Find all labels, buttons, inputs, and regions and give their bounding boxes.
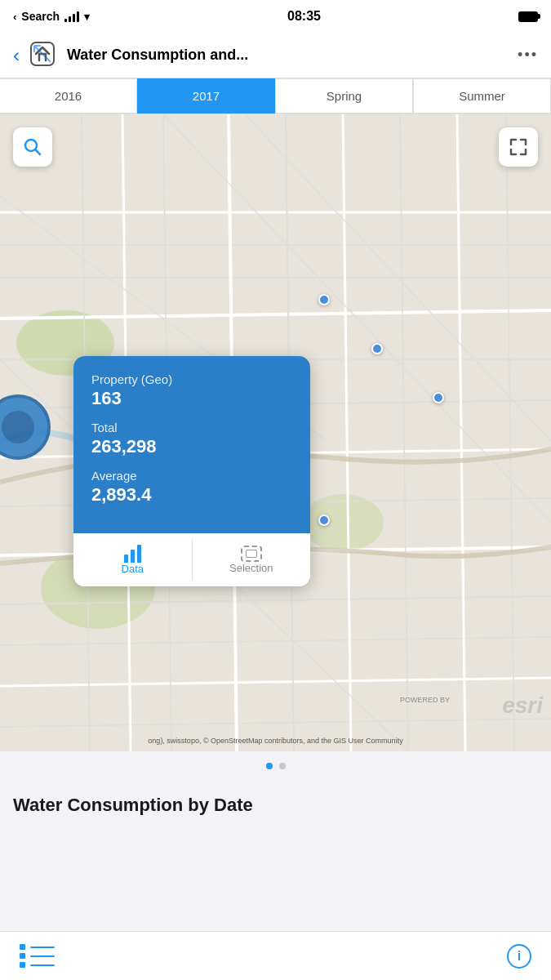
page-indicators [0,751,551,781]
nav-logo-icon [28,39,57,72]
popup-data-tab[interactable]: Data [73,533,192,586]
page-dot-2[interactable] [279,763,286,769]
list-line-icon [30,956,55,957]
list-dot-icon [20,953,25,959]
map-expand-button[interactable] [499,127,538,167]
tab-summer[interactable]: Summer [413,78,551,114]
property-row: Property (Geo) 163 [91,372,292,409]
map-dot[interactable] [318,294,330,305]
wifi-icon: ▾ [84,11,90,23]
average-row: Average 2,893.4 [91,469,292,506]
selection-tab-label: Selection [229,562,273,574]
info-button[interactable]: i [507,944,531,969]
average-label: Average [91,469,292,483]
tab-2017[interactable]: 2017 [137,78,275,114]
map-dot[interactable] [371,343,383,354]
page-title: Water Consumption and... [67,47,518,64]
filter-tabs: 2016 2017 Spring Summer [0,78,551,114]
list-dot-icon [20,944,25,950]
content-section: Water Consumption by Date [0,781,551,817]
total-row: Total 263,298 [91,421,292,457]
status-right [518,11,538,22]
esri-watermark: esri [502,693,543,719]
search-icon [23,137,42,157]
expand-icon [509,137,528,157]
average-value: 2,893.4 [91,484,292,506]
back-chevron-icon: ‹ [13,11,16,23]
bar-chart-icon [124,545,141,563]
popup-selection-tab[interactable]: Selection [193,533,311,586]
nav-bar: ‹ Water Consumption and... ••• [0,33,551,78]
tab-2016[interactable]: 2016 [0,78,137,114]
status-time: 08:35 [287,9,321,24]
selection-icon [241,546,262,562]
battery-icon [518,11,538,22]
page-dot-1[interactable] [266,763,273,769]
list-line-row [20,962,55,968]
map-container[interactable]: POWERED BY Property (Geo) 163 Total 263, [0,114,551,751]
popup-footer: Data Selection [73,533,310,586]
property-label: Property (Geo) [91,372,292,386]
bottom-bar: i [0,931,551,980]
list-dot-icon [20,962,25,968]
status-left: ‹ Search ▾ [13,10,90,23]
map-dot[interactable] [318,514,330,526]
back-button[interactable]: ‹ [13,44,20,67]
map-search-button[interactable] [13,127,52,167]
map-attribution: ong), swisstopo, © OpenStreetMap contrib… [0,737,551,745]
list-line-row [20,953,55,959]
more-button[interactable]: ••• [518,47,538,64]
tab-spring[interactable]: Spring [275,78,413,114]
popup-header: Property (Geo) 163 Total 263,298 Average… [73,356,310,533]
svg-line-37 [36,150,41,155]
signal-bars-icon [64,11,79,22]
total-value: 263,298 [91,436,292,457]
property-value: 163 [91,388,292,409]
section-title: Water Consumption by Date [13,794,538,817]
map-dot[interactable] [433,392,444,403]
list-button[interactable] [20,944,55,968]
svg-text:POWERED BY: POWERED BY [400,696,450,704]
popup-card: Property (Geo) 163 Total 263,298 Average… [73,356,310,586]
list-line-icon [30,947,55,948]
list-line-icon [30,964,55,966]
carrier-label: Search [21,10,60,23]
svg-point-4 [302,494,384,551]
status-bar: ‹ Search ▾ 08:35 [0,0,551,33]
data-tab-label: Data [122,563,144,575]
total-label: Total [91,421,292,434]
list-line-row [20,944,55,950]
